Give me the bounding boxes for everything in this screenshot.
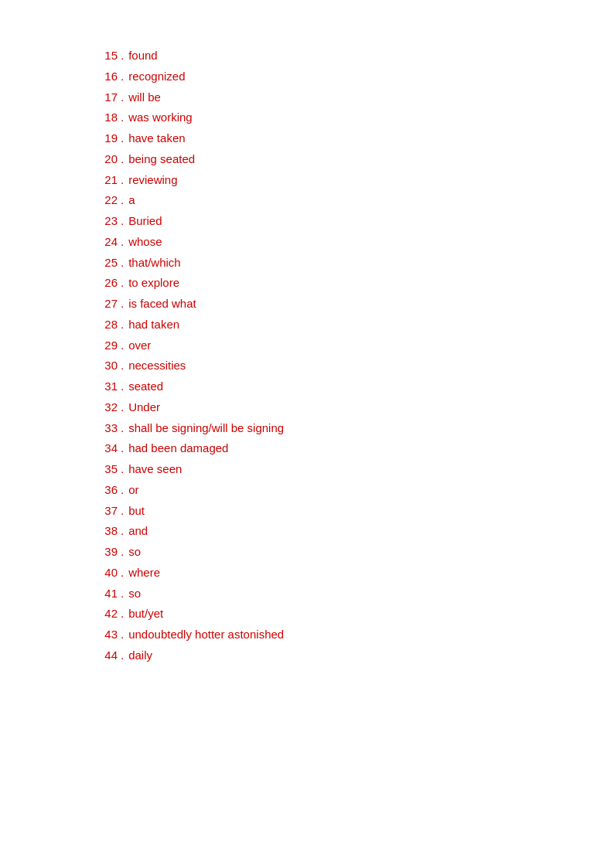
list-item: 19.have taken: [88, 129, 614, 148]
item-dot: .: [121, 294, 124, 314]
item-text: over: [128, 336, 151, 356]
item-text: a: [128, 191, 135, 210]
item-number: 27: [88, 294, 118, 314]
item-dot: .: [121, 481, 124, 500]
list-item: 25.that/which: [88, 254, 614, 273]
item-dot: .: [121, 377, 124, 397]
list-item: 34.had been damaged: [88, 439, 614, 458]
list-item: 20.being seated: [88, 150, 614, 169]
item-number: 32: [88, 398, 118, 417]
item-text: undoubtedly hotter astonished: [128, 625, 284, 645]
item-number: 25: [88, 254, 118, 273]
item-text: necessities: [128, 356, 186, 376]
item-text: was working: [128, 108, 193, 128]
item-number: 42: [88, 604, 118, 624]
item-dot: .: [121, 129, 124, 148]
list-item: 18.was working: [88, 108, 614, 128]
item-dot: .: [121, 150, 124, 169]
item-text: shall be signing/will be signing: [128, 419, 284, 438]
item-text: have taken: [128, 129, 185, 148]
list-item: 30.necessities: [88, 356, 614, 376]
item-text: where: [128, 563, 160, 583]
item-number: 19: [88, 129, 118, 148]
item-dot: .: [121, 108, 124, 128]
item-number: 22: [88, 191, 118, 210]
item-dot: .: [121, 419, 124, 438]
item-text: daily: [128, 646, 152, 665]
item-number: 17: [88, 88, 118, 107]
item-text: had been damaged: [128, 439, 228, 458]
item-number: 43: [88, 625, 118, 645]
item-dot: .: [121, 191, 124, 210]
item-text: seated: [128, 377, 163, 397]
item-text: being seated: [128, 150, 195, 169]
item-dot: .: [121, 233, 124, 252]
item-text: recognized: [128, 67, 185, 87]
list-item: 39.so: [88, 543, 614, 562]
item-number: 21: [88, 171, 118, 190]
list-item: 32.Under: [88, 398, 614, 417]
list-item: 37.but: [88, 502, 614, 521]
list-item: 26.to explore: [88, 274, 614, 293]
item-dot: .: [121, 88, 124, 107]
item-text: but/yet: [128, 604, 163, 624]
list-item: 29.over: [88, 336, 614, 356]
list-item: 44.daily: [88, 646, 614, 665]
item-text: is faced what: [128, 294, 196, 314]
item-text: or: [128, 481, 138, 500]
item-dot: .: [121, 356, 124, 376]
item-number: 44: [88, 646, 118, 665]
item-number: 38: [88, 522, 118, 541]
item-dot: .: [121, 67, 124, 87]
list-item: 23.Buried: [88, 212, 614, 231]
item-dot: .: [121, 522, 124, 541]
item-dot: .: [121, 315, 124, 335]
item-text: but: [128, 502, 145, 521]
item-number: 34: [88, 439, 118, 458]
item-text: reviewing: [128, 171, 177, 190]
item-text: to explore: [128, 274, 179, 293]
item-dot: .: [121, 543, 124, 562]
item-number: 24: [88, 233, 118, 252]
answer-list: 15.found16.recognized17.will be18.was wo…: [0, 0, 614, 713]
item-number: 35: [88, 460, 118, 479]
item-number: 39: [88, 543, 118, 562]
item-dot: .: [121, 584, 124, 604]
item-number: 41: [88, 584, 118, 604]
item-text: and: [128, 522, 148, 541]
item-number: 40: [88, 563, 118, 583]
item-text: whose: [128, 233, 162, 252]
item-text: will be: [128, 88, 161, 107]
item-text: Buried: [128, 212, 162, 231]
item-number: 30: [88, 356, 118, 376]
list-item: 40.where: [88, 563, 614, 583]
item-number: 18: [88, 108, 118, 128]
item-text: had taken: [128, 315, 179, 335]
list-item: 35.have seen: [88, 460, 614, 479]
list-item: 24.whose: [88, 233, 614, 252]
list-item: 36.or: [88, 481, 614, 500]
list-item: 15.found: [88, 46, 614, 66]
list-item: 41.so: [88, 584, 614, 604]
item-dot: .: [121, 274, 124, 293]
item-dot: .: [121, 398, 124, 417]
item-text: that/which: [128, 254, 181, 273]
item-dot: .: [121, 625, 124, 645]
list-item: 31.seated: [88, 377, 614, 397]
list-item: 28.had taken: [88, 315, 614, 335]
item-dot: .: [121, 563, 124, 583]
item-text: so: [128, 543, 141, 562]
list-item: 38.and: [88, 522, 614, 541]
item-text: so: [128, 584, 141, 604]
item-number: 16: [88, 67, 118, 87]
item-number: 26: [88, 274, 118, 293]
list-item: 17.will be: [88, 88, 614, 107]
list-item: 22.a: [88, 191, 614, 210]
list-item: 42.but/yet: [88, 604, 614, 624]
item-number: 29: [88, 336, 118, 356]
item-dot: .: [121, 171, 124, 190]
item-dot: .: [121, 254, 124, 273]
item-dot: .: [121, 502, 124, 521]
list-item: 21.reviewing: [88, 171, 614, 190]
list-item: 27.is faced what: [88, 294, 614, 314]
